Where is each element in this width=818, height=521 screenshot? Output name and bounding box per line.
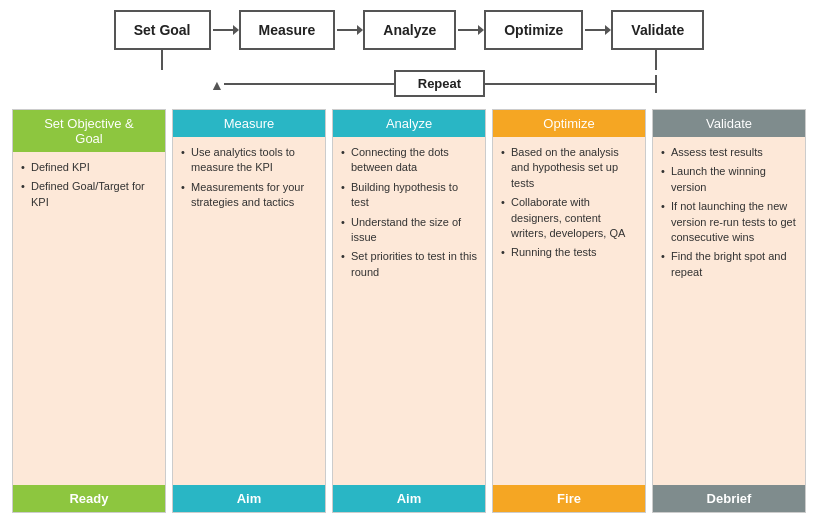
card-set-goal-footer: Ready xyxy=(13,485,165,512)
repeat-box: Repeat xyxy=(394,70,485,97)
card-optimize-footer: Fire xyxy=(493,485,645,512)
list-item: Defined KPI xyxy=(21,160,157,175)
list-item: Launch the winning version xyxy=(661,164,797,195)
list-item: Understand the size of issue xyxy=(341,215,477,246)
card-validate-body: Assess test results Launch the winning v… xyxy=(653,137,805,485)
arrow-icon-3 xyxy=(456,18,484,42)
list-item: Measurements for your strategies and tac… xyxy=(181,180,317,211)
card-set-goal-body: Defined KPI Defined Goal/Target for KPI xyxy=(13,152,165,485)
card-validate: Validate Assess test results Launch the … xyxy=(652,109,806,513)
card-analyze: Analyze Connecting the dots between data… xyxy=(332,109,486,513)
flow-box-validate: Validate xyxy=(611,10,704,50)
main-container: Set Goal Measure Analyze Optimize xyxy=(0,0,818,521)
card-optimize-body: Based on the analysis and hypothesis set… xyxy=(493,137,645,485)
list-item: Connecting the dots between data xyxy=(341,145,477,176)
flow-box-set-goal: Set Goal xyxy=(114,10,211,50)
card-validate-footer: Debrief xyxy=(653,485,805,512)
card-analyze-header: Analyze xyxy=(333,110,485,137)
arrow-icon-2 xyxy=(335,18,363,42)
list-item: Set priorities to test in this round xyxy=(341,249,477,280)
arrow-icon-4 xyxy=(583,18,611,42)
flow-box-measure: Measure xyxy=(239,10,336,50)
list-item: Based on the analysis and hypothesis set… xyxy=(501,145,637,191)
card-measure-header: Measure xyxy=(173,110,325,137)
list-item: Assess test results xyxy=(661,145,797,160)
list-item: Defined Goal/Target for KPI xyxy=(21,179,157,210)
card-analyze-body: Connecting the dots between data Buildin… xyxy=(333,137,485,485)
card-analyze-footer: Aim xyxy=(333,485,485,512)
flow-box-analyze: Analyze xyxy=(363,10,456,50)
card-measure-footer: Aim xyxy=(173,485,325,512)
card-set-goal-header: Set Objective &Goal xyxy=(13,110,165,152)
list-item: Find the bright spot and repeat xyxy=(661,249,797,280)
card-set-goal: Set Objective &Goal Defined KPI Defined … xyxy=(12,109,166,513)
card-optimize-header: Optimize xyxy=(493,110,645,137)
list-item: Building hypothesis to test xyxy=(341,180,477,211)
card-validate-header: Validate xyxy=(653,110,805,137)
list-item: Running the tests xyxy=(501,245,637,260)
list-item: Use analytics tools to measure the KPI xyxy=(181,145,317,176)
cards-section: Set Objective &Goal Defined KPI Defined … xyxy=(12,109,806,513)
flow-section: Set Goal Measure Analyze Optimize xyxy=(12,10,806,97)
flow-box-optimize: Optimize xyxy=(484,10,583,50)
card-optimize: Optimize Based on the analysis and hypot… xyxy=(492,109,646,513)
flow-row: Set Goal Measure Analyze Optimize xyxy=(114,10,705,50)
card-measure: Measure Use analytics tools to measure t… xyxy=(172,109,326,513)
card-measure-body: Use analytics tools to measure the KPI M… xyxy=(173,137,325,485)
list-item: Collaborate with designers, content writ… xyxy=(501,195,637,241)
arrow-icon-1 xyxy=(211,18,239,42)
list-item: If not launching the new version re-run … xyxy=(661,199,797,245)
